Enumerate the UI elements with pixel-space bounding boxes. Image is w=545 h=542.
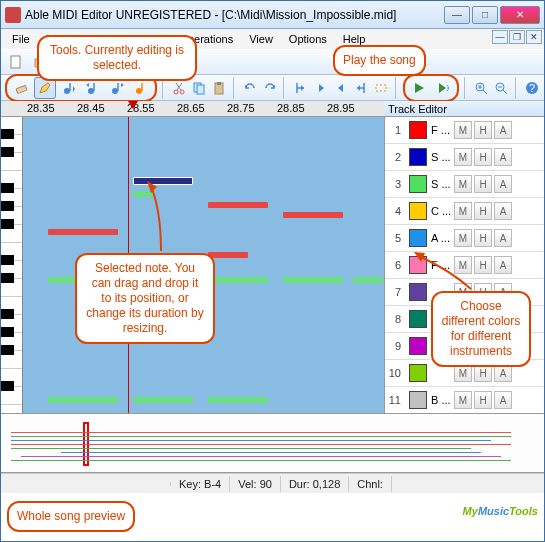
track-number: 11 — [385, 394, 405, 406]
track-mute-button[interactable]: M — [454, 121, 472, 139]
track-hide-button[interactable]: H — [474, 202, 492, 220]
watermark-logo: MyMusicTools — [463, 501, 538, 519]
midi-note[interactable] — [208, 202, 268, 208]
midi-note[interactable] — [48, 229, 118, 235]
track-name: F ... — [431, 124, 453, 136]
playhead-marker[interactable] — [128, 101, 138, 109]
track-row[interactable]: 2 S ... M H A — [385, 144, 544, 171]
track-number: 7 — [385, 286, 405, 298]
maximize-button[interactable]: □ — [472, 6, 498, 24]
track-arm-button[interactable]: A — [494, 391, 512, 409]
track-arm-button[interactable]: A — [494, 121, 512, 139]
statusbar: Key: B-4 Vel: 90 Dur: 0,128 Chnl: — [1, 473, 544, 493]
midi-note[interactable] — [353, 277, 383, 283]
play-button[interactable] — [408, 77, 430, 99]
track-mute-button[interactable]: M — [454, 175, 472, 193]
copy-button[interactable] — [191, 77, 208, 99]
sel-all-button[interactable] — [372, 77, 389, 99]
midi-note[interactable] — [283, 277, 343, 283]
track-row[interactable]: 6 F ... M H A — [385, 252, 544, 279]
track-mute-button[interactable]: M — [454, 256, 472, 274]
play-loop-button[interactable] — [432, 77, 454, 99]
track-arm-button[interactable]: A — [494, 202, 512, 220]
doc-restore-button[interactable]: ❐ — [509, 30, 525, 44]
track-color-swatch[interactable] — [409, 229, 427, 247]
track-color-swatch[interactable] — [409, 364, 427, 382]
track-color-swatch[interactable] — [409, 337, 427, 355]
doc-minimize-button[interactable]: — — [492, 30, 508, 44]
menu-options[interactable]: Options — [282, 31, 334, 47]
track-arm-button[interactable]: A — [494, 256, 512, 274]
timeline-ruler[interactable]: 28.35 28.45 28.55 28.65 28.75 28.85 28.9… — [1, 101, 544, 117]
track-color-swatch[interactable] — [409, 283, 427, 301]
track-hide-button[interactable]: H — [474, 175, 492, 193]
track-arm-button[interactable]: A — [494, 229, 512, 247]
track-hide-button[interactable]: H — [474, 229, 492, 247]
track-hide-button[interactable]: H — [474, 121, 492, 139]
track-row[interactable]: 3 S ... M H A — [385, 171, 544, 198]
track-number: 10 — [385, 367, 405, 379]
midi-note[interactable] — [133, 191, 153, 197]
minimize-button[interactable]: — — [444, 6, 470, 24]
midi-note[interactable] — [133, 397, 193, 403]
svg-point-9 — [136, 88, 142, 94]
status-key: Key: B-4 — [171, 476, 230, 492]
svg-rect-5 — [16, 85, 27, 93]
track-color-swatch[interactable] — [409, 256, 427, 274]
track-row[interactable]: 11 B ... M H A — [385, 387, 544, 413]
midi-note[interactable] — [208, 277, 268, 283]
track-arm-button[interactable]: A — [494, 175, 512, 193]
track-hide-button[interactable]: H — [474, 148, 492, 166]
sel-end-button[interactable] — [352, 77, 369, 99]
track-arm-button[interactable]: A — [494, 148, 512, 166]
sel-start-button[interactable] — [292, 77, 309, 99]
track-mute-button[interactable]: M — [454, 391, 472, 409]
track-color-swatch[interactable] — [409, 148, 427, 166]
close-button[interactable]: ✕ — [500, 6, 540, 24]
zoom-in-button[interactable] — [472, 77, 489, 99]
song-preview[interactable] — [1, 413, 544, 473]
sel-next-button[interactable] — [332, 77, 349, 99]
track-row[interactable]: 4 C ... M H A — [385, 198, 544, 225]
track-hide-button[interactable]: H — [474, 256, 492, 274]
app-icon — [5, 7, 21, 23]
track-color-swatch[interactable] — [409, 310, 427, 328]
track-color-swatch[interactable] — [409, 202, 427, 220]
track-color-swatch[interactable] — [409, 391, 427, 409]
new-button[interactable] — [5, 51, 27, 73]
track-number: 2 — [385, 151, 405, 163]
midi-note[interactable] — [208, 252, 248, 258]
help-button[interactable]: ? — [523, 77, 540, 99]
midi-note[interactable] — [48, 397, 118, 403]
sel-prev-button[interactable] — [312, 77, 329, 99]
track-hide-button[interactable]: H — [474, 391, 492, 409]
redo-button[interactable] — [261, 77, 278, 99]
callout-tools: Tools. Currently editing is selected. — [37, 35, 197, 81]
track-number: 4 — [385, 205, 405, 217]
ruler-tick: 28.85 — [277, 102, 305, 114]
midi-note-selected[interactable] — [133, 177, 193, 185]
svg-rect-0 — [11, 56, 20, 68]
svg-point-10 — [174, 90, 178, 94]
menu-view[interactable]: View — [242, 31, 280, 47]
menu-file[interactable]: File — [5, 31, 37, 47]
track-mute-button[interactable]: M — [454, 229, 472, 247]
track-editor-header: Track Editor — [384, 101, 544, 117]
eraser-tool[interactable] — [10, 77, 32, 99]
piano-keyboard[interactable] — [1, 117, 23, 413]
midi-note[interactable] — [208, 397, 268, 403]
track-mute-button[interactable]: M — [454, 148, 472, 166]
track-color-swatch[interactable] — [409, 121, 427, 139]
doc-close-button[interactable]: ✕ — [526, 30, 542, 44]
undo-button[interactable] — [241, 77, 258, 99]
paste-button[interactable] — [211, 77, 228, 99]
track-color-swatch[interactable] — [409, 175, 427, 193]
zoom-out-button[interactable] — [492, 77, 509, 99]
track-row[interactable]: 1 F ... M H A — [385, 117, 544, 144]
midi-note[interactable] — [283, 212, 343, 218]
callout-play: Play the song — [333, 45, 426, 76]
svg-point-8 — [112, 88, 118, 94]
track-mute-button[interactable]: M — [454, 202, 472, 220]
status-duration: Dur: 0,128 — [281, 476, 349, 492]
track-row[interactable]: 5 A ... M H A — [385, 225, 544, 252]
